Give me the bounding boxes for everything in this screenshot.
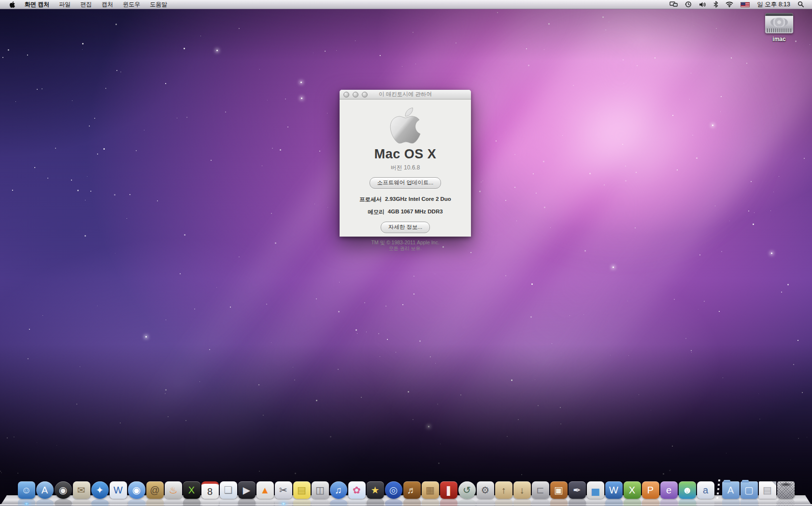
finder-glyph: ☺ bbox=[21, 485, 31, 495]
minimize-button[interactable] bbox=[353, 92, 358, 98]
dock-numbers[interactable]: ▅ bbox=[587, 481, 604, 499]
time-machine-icon[interactable] bbox=[685, 1, 692, 8]
stickies-glyph: ▤ bbox=[297, 485, 306, 495]
menu-캡처[interactable]: 캡처 bbox=[97, 1, 118, 8]
menu-bar-status-area: 일 오후 8:13 bbox=[670, 0, 807, 9]
menu-도움말[interactable]: 도움말 bbox=[145, 1, 172, 8]
dock-documents-folder[interactable]: ▢ bbox=[741, 481, 758, 499]
dock-itunes[interactable]: ♫ bbox=[330, 481, 347, 499]
dock-time-machine[interactable]: ↺ bbox=[458, 481, 476, 499]
traffic-lights bbox=[343, 92, 368, 98]
dock-w-globe-app[interactable]: W bbox=[110, 481, 127, 499]
dock-trash[interactable] bbox=[777, 481, 795, 499]
dock-keynote[interactable]: ▣ bbox=[550, 481, 568, 499]
dock-stickies[interactable]: ▤ bbox=[293, 481, 311, 499]
dock-grab[interactable]: ✂ bbox=[275, 481, 292, 499]
dock-mail[interactable]: ✉ bbox=[73, 481, 90, 499]
safari-glyph: ✦ bbox=[96, 485, 104, 495]
dock-photos-app[interactable]: ❏ bbox=[220, 481, 237, 499]
us-flag-icon[interactable] bbox=[741, 2, 750, 7]
volume-label: imac bbox=[762, 36, 797, 42]
about-this-mac-window: 이 매킨토시에 관하여 Mac OS X 버전 10.6.8 소프트웨어 업데이… bbox=[340, 90, 471, 237]
memory-value: 4GB 1067 MHz DDR3 bbox=[388, 209, 443, 216]
desktop-volume-imac[interactable]: imac bbox=[762, 13, 797, 42]
document-stack-glyph: ▤ bbox=[763, 485, 772, 495]
dock-ms-messenger[interactable]: ☻ bbox=[679, 481, 696, 499]
dock-pages[interactable]: ✒ bbox=[569, 481, 586, 499]
dock-pinboard-app[interactable]: ▦ bbox=[422, 481, 439, 499]
iphoto-glyph: ✿ bbox=[353, 485, 361, 495]
window-title-bar[interactable]: 이 매킨토시에 관하여 bbox=[340, 90, 471, 99]
clamp-app-glyph: ⊏ bbox=[536, 485, 544, 495]
dock-ms-word[interactable]: W bbox=[605, 481, 623, 499]
x-green-app-glyph: X bbox=[188, 485, 195, 495]
dock-app-store[interactable]: A bbox=[36, 481, 54, 499]
pages-glyph: ✒ bbox=[573, 485, 581, 495]
dock-system-preferences[interactable]: ⚙ bbox=[477, 481, 494, 499]
dock-photo-booth[interactable]: ❚ bbox=[440, 481, 457, 499]
processor-value: 2.93GHz Intel Core 2 Duo bbox=[385, 196, 451, 203]
apple-logo bbox=[388, 105, 423, 146]
pinboard-app-glyph: ▦ bbox=[426, 485, 435, 495]
dock-vlc[interactable]: ▲ bbox=[256, 481, 274, 499]
displays-icon[interactable] bbox=[670, 1, 678, 8]
keynote-glyph: ▣ bbox=[554, 485, 563, 495]
dock-expander-app[interactable]: ↑ bbox=[495, 481, 513, 499]
dock-x-green-app[interactable]: X bbox=[183, 481, 200, 499]
menu-bar-clock[interactable]: 일 오후 8:13 bbox=[757, 0, 790, 9]
apple-menu-icon[interactable] bbox=[5, 1, 20, 8]
dock-ms-powerpoint[interactable]: P bbox=[642, 481, 659, 499]
expander-app-glyph: ↑ bbox=[501, 485, 506, 495]
more-info-button[interactable]: 자세한 정보... bbox=[381, 222, 430, 233]
menu-편집[interactable]: 편집 bbox=[75, 1, 97, 8]
dock-finder[interactable]: ☺ bbox=[18, 481, 35, 499]
photos-app-glyph: ❏ bbox=[224, 485, 233, 495]
dock-imovie[interactable]: ★ bbox=[367, 481, 384, 499]
dock: ☺A◉✉✦W◉@♨X8❏▶▲✂▤◫♫✿★◎♬▦❚↺⚙↑↓⊏▣✒▅WXPe☻aA▢… bbox=[0, 476, 812, 506]
memory-label: 메모리 bbox=[368, 209, 385, 216]
dock-dvd-player[interactable]: ◫ bbox=[312, 481, 329, 499]
close-button[interactable] bbox=[343, 92, 349, 98]
toast-glyph: ♨ bbox=[169, 485, 178, 495]
dock-dashboard[interactable]: ◉ bbox=[55, 481, 72, 499]
software-update-button[interactable]: 소프트웨어 업데이트... bbox=[370, 177, 441, 189]
dock-address-book[interactable]: @ bbox=[146, 481, 164, 499]
dock-items: ☺A◉✉✦W◉@♨X8❏▶▲✂▤◫♫✿★◎♬▦❚↺⚙↑↓⊏▣✒▅WXPe☻aA▢… bbox=[18, 478, 795, 499]
dock-iphoto[interactable]: ✿ bbox=[348, 481, 366, 499]
hard-drive-icon bbox=[765, 13, 793, 33]
finder-running-indicator bbox=[24, 503, 29, 505]
window-content: Mac OS X 버전 10.6.8 소프트웨어 업데이트... 프로세서 2.… bbox=[340, 99, 471, 252]
dock-ical[interactable]: 8 bbox=[201, 481, 219, 499]
menu-파일[interactable]: 파일 bbox=[54, 1, 75, 8]
dock-clamp-app[interactable]: ⊏ bbox=[532, 481, 549, 499]
dock-stacked-windows-app[interactable]: a bbox=[697, 481, 714, 499]
dock-ms-excel[interactable]: X bbox=[624, 481, 641, 499]
dashboard-glyph: ◉ bbox=[59, 485, 67, 495]
bluetooth-icon[interactable] bbox=[713, 1, 718, 8]
ms-word-glyph: W bbox=[609, 485, 618, 495]
dock-applications-folder[interactable]: A bbox=[722, 481, 740, 499]
dock-document-stack[interactable]: ▤ bbox=[759, 481, 776, 499]
stacked-windows-app-glyph: a bbox=[703, 485, 708, 495]
dock-ms-entourage[interactable]: e bbox=[660, 481, 678, 499]
dock-archiver-app[interactable]: ↓ bbox=[513, 481, 531, 499]
applications-folder-glyph: A bbox=[727, 485, 734, 495]
menu-윈도우[interactable]: 윈도우 bbox=[118, 1, 145, 8]
volume-icon[interactable] bbox=[699, 1, 706, 8]
dock-garageband[interactable]: ♬ bbox=[403, 481, 421, 499]
garageband-glyph: ♬ bbox=[407, 485, 417, 495]
vlc-glyph: ▲ bbox=[260, 485, 270, 495]
dock-safari[interactable]: ✦ bbox=[91, 481, 109, 499]
zoom-button[interactable] bbox=[362, 92, 368, 98]
menu-app-name[interactable]: 화면 캡처 bbox=[20, 1, 54, 8]
itunes-glyph: ♫ bbox=[335, 485, 342, 495]
spotlight-icon[interactable] bbox=[798, 1, 804, 8]
dock-ichat[interactable]: ◉ bbox=[128, 481, 145, 499]
ms-messenger-glyph: ☻ bbox=[682, 485, 692, 495]
dock-idvd[interactable]: ◎ bbox=[385, 481, 402, 499]
dock-toast[interactable]: ♨ bbox=[165, 481, 182, 499]
wifi-icon[interactable] bbox=[726, 1, 733, 7]
dock-media-player-app[interactable]: ▶ bbox=[238, 481, 256, 499]
dock-divider[interactable] bbox=[715, 478, 721, 499]
documents-folder-glyph: ▢ bbox=[744, 485, 754, 495]
